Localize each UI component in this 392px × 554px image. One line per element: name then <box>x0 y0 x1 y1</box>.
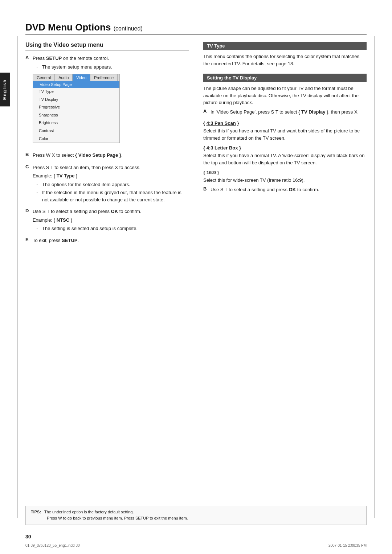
tv-display-step-a: A In 'Video Setup Page', press S T to se… <box>203 108 367 117</box>
step-b-content: Press W X to select { Video Setup Page }… <box>33 152 189 160</box>
bullet-dot-4: · <box>36 225 40 232</box>
option-letter-box-desc: Select this if you have a normal TV. A '… <box>203 152 367 166</box>
step-e-letter: E <box>25 237 30 242</box>
menu-screenshot: General Audio Video Preference -- Video … <box>33 74 120 143</box>
step-c-content: Press S T to select an item, then press … <box>33 164 189 205</box>
menu-item-contrast: Contrast <box>33 127 119 135</box>
bullet-dot-3: · <box>36 189 40 196</box>
setting-tv-display-intro: The picture shape can be adjusted to fit… <box>203 85 367 106</box>
step-c-bullet-text-2: If the selection in the menu is greyed o… <box>42 189 189 203</box>
option-letter-box-heading: { 4:3 Letter Box } <box>203 145 367 151</box>
page-title: DVD Menu Options (continued) <box>25 22 367 33</box>
step-e: E To exit, press SETUP. <box>25 237 189 246</box>
page-container: English DVD Menu Options (continued) Usi… <box>0 0 392 554</box>
step-d-bullet-text-1: The setting is selected and setup is com… <box>42 225 189 232</box>
tv-display-step-b-content: Use S T to select a setting and press OK… <box>211 186 367 195</box>
left-column: Using the Video setup menu A Press SETUP… <box>25 42 189 249</box>
two-column-layout: Using the Video setup menu A Press SETUP… <box>25 42 367 249</box>
step-d: D Use S T to select a setting and press … <box>25 208 189 233</box>
page-header: DVD Menu Options (continued) <box>25 22 367 35</box>
english-tab: English <box>0 73 10 106</box>
step-b-text: Press W X to select { Video Setup Page }… <box>33 152 189 159</box>
step-a-text: Press SETUP on the remote control. <box>33 55 189 62</box>
menu-tab-preference: Preference <box>90 74 118 81</box>
bullet-dot-2: · <box>36 181 40 188</box>
option-pan-scan-desc: Select this if you have a normal TV and … <box>203 127 367 141</box>
step-c-bullet-2: · If the selection in the menu is greyed… <box>36 189 189 203</box>
page-title-continued: (continued) <box>114 25 143 32</box>
edge-line-right <box>374 36 375 518</box>
step-b: B Press W X to select { Video Setup Page… <box>25 152 189 160</box>
tv-display-step-b: B Use S T to select a setting and press … <box>203 186 367 195</box>
left-section-heading: Using the Video setup menu <box>25 42 189 50</box>
tips-label: TIPS: <box>31 510 41 514</box>
step-b-letter: B <box>25 152 30 157</box>
step-c: C Press S T to select an item, then pres… <box>25 164 189 205</box>
step-d-text: Use S T to select a setting and press OK… <box>33 208 189 215</box>
step-c-bullet-1: · The options for the selected item appe… <box>36 181 189 188</box>
footer-left: 01-39_dvp3120_55_eng1.indd 30 <box>25 543 80 547</box>
option-pan-scan-heading: { 4:3 Pan Scan } <box>203 120 367 126</box>
menu-item-sharpness: Sharpness <box>33 111 119 119</box>
edge-line-left <box>17 36 18 518</box>
step-e-text: To exit, press SETUP. <box>33 237 189 244</box>
step-c-bullet-text-1: The options for the selected item appear… <box>42 181 189 188</box>
menu-item-tvdisplay: TV Display <box>33 96 119 104</box>
step-c-letter: C <box>25 164 30 169</box>
tv-display-step-b-text: Use S T to select a setting and press OK… <box>211 186 367 193</box>
menu-item-tvtype: TV Type <box>33 88 119 96</box>
tv-display-step-b-letter: B <box>203 186 208 192</box>
step-e-content: To exit, press SETUP. <box>33 237 189 246</box>
tips-box: TIPS: The underlined option is the facto… <box>25 506 367 525</box>
tips-line1: The underlined option is the factory def… <box>44 510 134 514</box>
footer-right: 2007-01-15 2:08:35 PM <box>328 543 367 547</box>
step-a-bullet-text: The system setup menu appears. <box>42 63 189 71</box>
tv-display-step-a-content: In 'Video Setup Page', press S T to sele… <box>211 108 367 117</box>
tv-type-body: This menu contains the options for selec… <box>203 53 367 67</box>
step-a-bullet-1: · The system setup menu appears. <box>36 63 189 71</box>
option-16-9-heading: { 16:9 } <box>203 170 367 175</box>
menu-item-progressive: Progressive <box>33 103 119 111</box>
tips-line2: Press W to go back to previous menu item… <box>47 516 188 520</box>
step-a-content: Press SETUP on the remote control. · The… <box>33 55 189 148</box>
menu-header-row: -- Video Setup Page -- <box>33 81 119 88</box>
menu-tab-general: General <box>33 74 55 81</box>
tv-display-step-a-text: In 'Video Setup Page', press S T to sele… <box>211 108 367 116</box>
menu-item-color: Color <box>33 135 119 143</box>
bullet-dot: · <box>36 63 40 70</box>
tv-type-heading: TV Type <box>203 42 367 50</box>
tv-display-step-a-letter: A <box>203 108 208 114</box>
menu-tab-audio: Audio <box>55 74 73 81</box>
right-column: TV Type This menu contains the options f… <box>203 42 367 249</box>
step-c-example: Example: { TV Type } <box>33 172 189 180</box>
page-number: 30 <box>25 534 31 539</box>
option-16-9-desc: Select this for wide-screen TV (frame ra… <box>203 177 367 184</box>
menu-tab-video: Video <box>73 74 90 81</box>
step-d-letter: D <box>25 208 30 213</box>
step-d-content: Use S T to select a setting and press OK… <box>33 208 189 233</box>
page-title-text: DVD Menu Options <box>25 22 111 33</box>
step-d-example: Example: { NTSC } <box>33 217 189 224</box>
step-d-bullet-1: · The setting is selected and setup is c… <box>36 225 189 232</box>
step-c-text: Press S T to select an item, then press … <box>33 164 189 171</box>
step-a-letter: A <box>25 55 30 60</box>
step-a: A Press SETUP on the remote control. · T… <box>25 55 189 148</box>
menu-tabs: General Audio Video Preference <box>33 74 119 81</box>
setting-tv-display-heading: Setting the TV Display <box>203 74 367 82</box>
menu-item-brightness: Brightness <box>33 119 119 127</box>
